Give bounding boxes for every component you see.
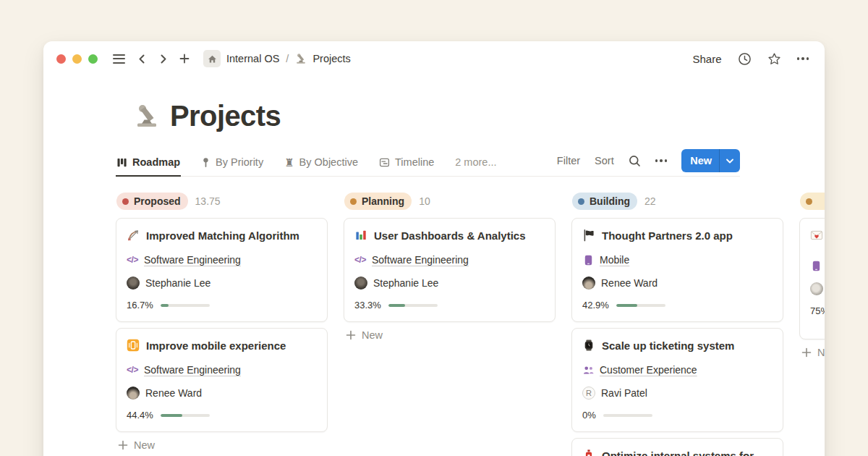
status-dot: [350, 198, 357, 205]
add-card-button[interactable]: New: [118, 439, 328, 451]
card-optimize-internal-systems[interactable]: Optimize internal systems for: [571, 438, 783, 456]
card-team-tag[interactable]: Software Engineering: [144, 254, 241, 266]
favorite-star-icon[interactable]: [767, 52, 781, 66]
card-person-name: Renee Ward: [601, 277, 658, 289]
progress-bar: [161, 414, 210, 417]
code-icon: </>: [127, 365, 138, 375]
search-icon[interactable]: [629, 155, 641, 167]
watch-icon: [582, 339, 595, 352]
tab-by-priority[interactable]: By Priority: [200, 148, 264, 177]
page-background: Internal OS / Projects Share: [0, 0, 868, 456]
forward-icon[interactable]: [158, 54, 169, 64]
pin-icon: [201, 157, 210, 167]
mobile-phone-icon: [810, 261, 822, 271]
tab-timeline[interactable]: Timeline: [378, 148, 435, 177]
bar-chart-view-icon: [116, 157, 127, 168]
minimize-window-button[interactable]: [72, 54, 82, 64]
progress-bar: [603, 414, 652, 417]
card-team-tag[interactable]: Software Engineering: [372, 254, 469, 266]
plus-icon: [118, 440, 128, 450]
status-dot: [578, 198, 584, 205]
code-icon: </>: [354, 255, 366, 265]
filter-button[interactable]: Filter: [557, 155, 580, 166]
card-person-name: Renee Ward: [145, 387, 202, 399]
column-planning: Planning 10 User Dashboards &: [344, 193, 556, 341]
microscope-page-icon[interactable]: [134, 103, 160, 129]
progress-label: 44.4%: [127, 410, 153, 421]
column-header[interactable]: [799, 193, 825, 210]
code-icon: </>: [127, 255, 138, 265]
column-count: 10: [419, 195, 430, 207]
breadcrumb-separator: /: [286, 53, 289, 64]
card-title-text: Improved Matching Algorithm: [146, 228, 299, 243]
more-options-icon[interactable]: [797, 57, 809, 60]
card-improved-matching-algorithm[interactable]: Improved Matching Algorithm </> Software…: [116, 218, 328, 322]
status-badge[interactable]: Building: [572, 193, 637, 210]
plus-icon: [801, 347, 812, 358]
progress-bar: [616, 304, 665, 307]
status-badge[interactable]: Proposed: [116, 193, 188, 210]
sort-button[interactable]: Sort: [595, 155, 614, 166]
card-team-tag[interactable]: Software Engineering: [144, 364, 241, 376]
mobile-vibration-icon: [127, 339, 140, 352]
view-options-icon[interactable]: [655, 159, 668, 162]
column-partial: 75% New: [799, 193, 825, 358]
breadcrumb: Internal OS / Projects: [203, 50, 351, 67]
progress-label: 33.3%: [354, 300, 381, 311]
bar-chart-emoji-icon: [354, 229, 367, 242]
back-icon[interactable]: [137, 54, 148, 64]
tab-more[interactable]: 2 more...: [454, 148, 497, 177]
microscope-icon: [295, 53, 307, 64]
home-icon[interactable]: [203, 50, 221, 67]
new-button-label[interactable]: New: [681, 149, 719, 172]
progress-label: 42.9%: [582, 300, 609, 311]
plus-icon: [346, 330, 356, 340]
tab-roadmap[interactable]: Roadmap: [116, 148, 181, 177]
new-tab-plus-icon[interactable]: [179, 53, 190, 64]
add-card-button[interactable]: New: [801, 347, 825, 358]
mobile-phone-icon: [582, 255, 594, 266]
sidebar-menu-icon[interactable]: [113, 54, 125, 64]
black-flag-icon: [582, 229, 595, 242]
status-badge[interactable]: Planning: [344, 193, 412, 210]
avatar: [354, 276, 367, 290]
topbar-actions: Share: [692, 52, 809, 66]
card-partial[interactable]: 75%: [799, 218, 825, 339]
view-toolbar: Filter Sort New: [557, 149, 740, 172]
breadcrumb-root[interactable]: Internal OS: [226, 53, 279, 64]
chevron-down-icon[interactable]: [720, 149, 740, 172]
card-person-name: Stephanie Lee: [373, 277, 438, 289]
column-header[interactable]: Proposed 13.75: [116, 193, 328, 210]
card-person-name: Ravi Patel: [601, 387, 647, 399]
card-team-tag[interactable]: Customer Experience: [600, 364, 697, 376]
status-badge[interactable]: [800, 193, 825, 210]
tab-by-objective[interactable]: ♜ By Objective: [284, 148, 359, 177]
add-card-button[interactable]: New: [346, 329, 556, 341]
card-title-text: User Dashboards & Analytics: [374, 228, 526, 243]
red-extinguisher-icon: [582, 449, 595, 456]
avatar-initial: R: [582, 387, 595, 400]
card-scale-up-ticketing[interactable]: Scale up ticketing system Customer Exper…: [571, 328, 783, 432]
card-improve-mobile-experience[interactable]: Improve mobile experience </> Software E…: [116, 328, 328, 432]
column-header[interactable]: Planning 10: [344, 193, 556, 210]
card-team-tag[interactable]: Mobile: [600, 254, 629, 266]
clock-history-icon[interactable]: [738, 52, 752, 66]
card-title-text: Improve mobile experience: [146, 338, 286, 353]
close-window-button[interactable]: [56, 54, 66, 64]
avatar: [810, 282, 823, 295]
breadcrumb-current[interactable]: Projects: [312, 53, 350, 64]
card-user-dashboards-analytics[interactable]: User Dashboards & Analytics </> Software…: [344, 218, 556, 322]
column-header[interactable]: Building 22: [571, 193, 783, 210]
share-button[interactable]: Share: [692, 53, 721, 65]
new-button[interactable]: New: [681, 149, 740, 172]
progress-bar: [161, 304, 210, 307]
card-thought-partners-app[interactable]: Thought Partners 2.0 app Mobile Renee Wa…: [571, 218, 783, 322]
status-dot: [806, 198, 812, 205]
view-tab-bar: Roadmap By Priority ♜ By Objective Timel…: [116, 148, 740, 177]
card-title-text: Thought Partners 2.0 app: [602, 228, 733, 243]
kanban-board: Proposed 13.75: [116, 193, 825, 456]
column-building: Building 22 Thought Partners 2.0 app: [571, 193, 783, 456]
zoom-window-button[interactable]: [88, 54, 98, 64]
card-title-text: Scale up ticketing system: [602, 338, 734, 353]
avatar: [127, 276, 140, 290]
